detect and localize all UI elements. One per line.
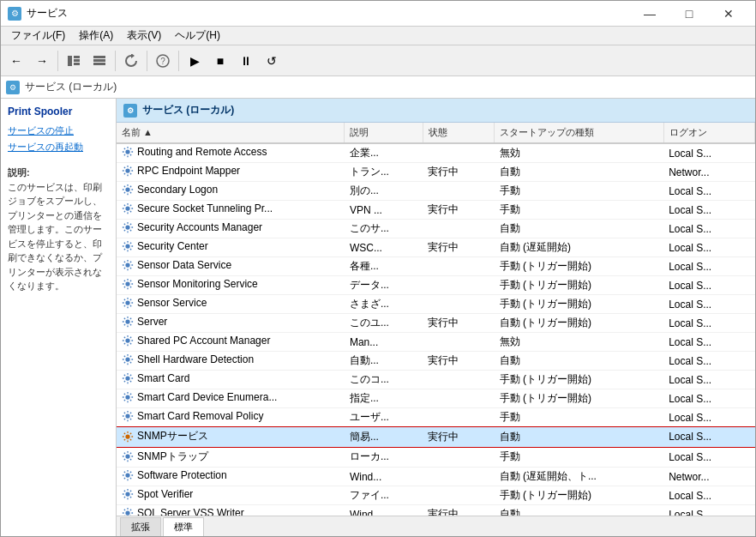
selected-service-name: Print Spooler	[8, 106, 109, 118]
svg-rect-3	[74, 63, 80, 65]
toolbar-separator-1	[57, 51, 58, 71]
svg-point-16	[125, 281, 129, 286]
table-row[interactable]: Smart Card Removal Policyユーザ...手動Local S…	[117, 408, 755, 427]
show-list-button[interactable]	[87, 49, 111, 73]
table-row[interactable]: Secondary Logon別の...手動Local S...	[117, 182, 755, 201]
service-name-cell: SQL Server VSS Writer	[117, 505, 345, 516]
app-icon: ⚙	[8, 7, 21, 21]
svg-point-23	[125, 413, 129, 418]
service-startup-cell: 手動 (トリガー開始)	[495, 371, 664, 389]
service-status-cell	[423, 486, 495, 505]
service-name-cell: Software Protection	[117, 468, 345, 486]
table-row[interactable]: Sensor Monitoring Serviceデータ...手動 (トリガー開…	[117, 276, 755, 295]
column-header-status[interactable]: 状態	[423, 123, 495, 143]
service-desc-cell: 自動...	[345, 352, 423, 371]
table-row[interactable]: Serverこのユ...実行中自動 (トリガー開始)Local S...	[117, 314, 755, 333]
column-header-name[interactable]: 名前 ▲	[117, 123, 345, 143]
service-status-cell: 実行中	[423, 505, 495, 516]
column-header-desc[interactable]: 説明	[345, 123, 423, 143]
service-status-cell	[423, 143, 495, 163]
service-logon-cell: Networ...	[663, 468, 754, 486]
svg-point-28	[125, 510, 129, 515]
table-row[interactable]: SQL Server VSS WriterWind...実行中自動Local S…	[117, 505, 755, 516]
service-status-cell	[423, 276, 495, 295]
title-bar: ⚙ サービス — □ ✕	[1, 1, 755, 27]
column-header-startup[interactable]: スタートアップの種類	[495, 123, 664, 143]
table-row[interactable]: SNMPトラップローカ...手動Local S...	[117, 447, 755, 468]
close-button[interactable]: ✕	[709, 1, 748, 27]
service-status-cell	[423, 389, 495, 408]
service-status-cell	[423, 257, 495, 276]
back-button[interactable]: ←	[4, 49, 28, 73]
menu-view[interactable]: 表示(V)	[120, 27, 168, 45]
service-desc-cell: このユ...	[345, 314, 423, 333]
left-panel: Print Spooler サービスの停止 サービスの再起動 説明: このサービ…	[1, 99, 117, 536]
service-name-cell: Server	[117, 314, 345, 333]
service-logon-cell: Local S...	[663, 201, 754, 220]
table-row[interactable]: Sensor Serviceさまざ...手動 (トリガー開始)Local S..…	[117, 295, 755, 314]
svg-point-12	[125, 206, 129, 210]
forward-button[interactable]: →	[30, 49, 54, 73]
service-desc-cell: さまざ...	[345, 295, 423, 314]
service-logon-cell: Local S...	[663, 295, 754, 314]
tab-extended[interactable]: 拡張	[120, 517, 161, 536]
service-status-cell	[423, 408, 495, 427]
table-row[interactable]: Sensor Data Service各種...手動 (トリガー開始)Local…	[117, 257, 755, 276]
svg-point-10	[125, 168, 129, 172]
service-status-cell: 実行中	[423, 352, 495, 371]
main-area: Print Spooler サービスの停止 サービスの再起動 説明: このサービ…	[1, 99, 755, 536]
service-name-cell: Smart Card Removal Policy	[117, 408, 345, 427]
service-desc-cell: WSC...	[345, 238, 423, 257]
stop-button[interactable]: ■	[208, 49, 232, 73]
table-header-row: 名前 ▲ 説明 状態 スタートアップの種類 ログオン	[117, 123, 755, 143]
table-row[interactable]: Routing and Remote Access企業...無効Local S.…	[117, 143, 755, 163]
restart-button[interactable]: ↺	[260, 49, 284, 73]
service-status-cell: 実行中	[423, 163, 495, 182]
service-description-label: 説明: このサービスは、印刷ジョブをスプールし、プリンターとの通信を管理します。…	[8, 166, 109, 293]
panel-header-icon: ⚙	[123, 104, 137, 118]
service-name-cell: SNMPトラップ	[117, 447, 345, 468]
refresh-button[interactable]	[119, 49, 143, 73]
table-row[interactable]: Shared PC Account ManagerMan...無効Local S…	[117, 333, 755, 352]
service-desc-cell: ユーザ...	[345, 408, 423, 427]
menu-file[interactable]: ファイル(F)	[4, 27, 72, 45]
tab-standard[interactable]: 標準	[163, 517, 204, 536]
svg-point-21	[125, 376, 129, 380]
service-startup-cell: 自動	[495, 427, 664, 448]
table-row[interactable]: Secure Socket Tunneling Pr...VPN ...実行中手…	[117, 201, 755, 220]
pause-button[interactable]: ⏸	[234, 49, 258, 73]
menu-action[interactable]: 操作(A)	[72, 27, 120, 45]
table-row[interactable]: RPC Endpoint Mapperトラン...実行中自動Networ...	[117, 163, 755, 182]
service-startup-cell: 手動 (トリガー開始)	[495, 389, 664, 408]
service-name-cell: Shared PC Account Manager	[117, 333, 345, 352]
service-desc-cell: Man...	[345, 333, 423, 352]
table-row[interactable]: Security Accounts Managerこのサ...自動Local S…	[117, 220, 755, 238]
play-button[interactable]: ▶	[183, 49, 207, 73]
restart-service-link[interactable]: サービスの再起動	[8, 141, 109, 154]
menu-help[interactable]: ヘルプ(H)	[168, 27, 227, 45]
stop-service-link[interactable]: サービスの停止	[8, 124, 109, 137]
maximize-button[interactable]: □	[669, 1, 709, 27]
service-status-cell	[423, 220, 495, 238]
service-startup-cell: 手動 (トリガー開始)	[495, 257, 664, 276]
service-startup-cell: 無効	[495, 333, 664, 352]
service-logon-cell: Networ...	[663, 163, 754, 182]
minimize-button[interactable]: —	[630, 1, 669, 27]
table-row[interactable]: Software ProtectionWind...自動 (遅延開始、ト...N…	[117, 468, 755, 486]
show-details-button[interactable]	[62, 49, 86, 73]
svg-point-9	[125, 149, 129, 154]
table-row[interactable]: Shell Hardware Detection自動...実行中自動Local …	[117, 352, 755, 371]
main-window: ⚙ サービス — □ ✕ ファイル(F) 操作(A) 表示(V) ヘルプ(H) …	[0, 0, 756, 537]
help-button[interactable]: ?	[151, 49, 175, 73]
table-row[interactable]: Smart Cardこのコ...手動 (トリガー開始)Local S...	[117, 371, 755, 389]
services-table-container[interactable]: 名前 ▲ 説明 状態 スタートアップの種類 ログオン Routing and R…	[117, 123, 755, 516]
table-row[interactable]: SNMPサービス簡易...実行中自動Local S...	[117, 427, 755, 448]
table-row[interactable]: Smart Card Device Enumera...指定...手動 (トリガ…	[117, 389, 755, 408]
table-row[interactable]: Security CenterWSC...実行中自動 (遅延開始)Local S…	[117, 238, 755, 257]
table-row[interactable]: Spot Verifierファイ...手動 (トリガー開始)Local S...	[117, 486, 755, 505]
service-startup-cell: 手動	[495, 201, 664, 220]
column-header-logon[interactable]: ログオン	[663, 123, 754, 143]
service-desc-cell: VPN ...	[345, 201, 423, 220]
service-logon-cell: Local S...	[663, 505, 754, 516]
service-logon-cell: Local S...	[663, 371, 754, 389]
